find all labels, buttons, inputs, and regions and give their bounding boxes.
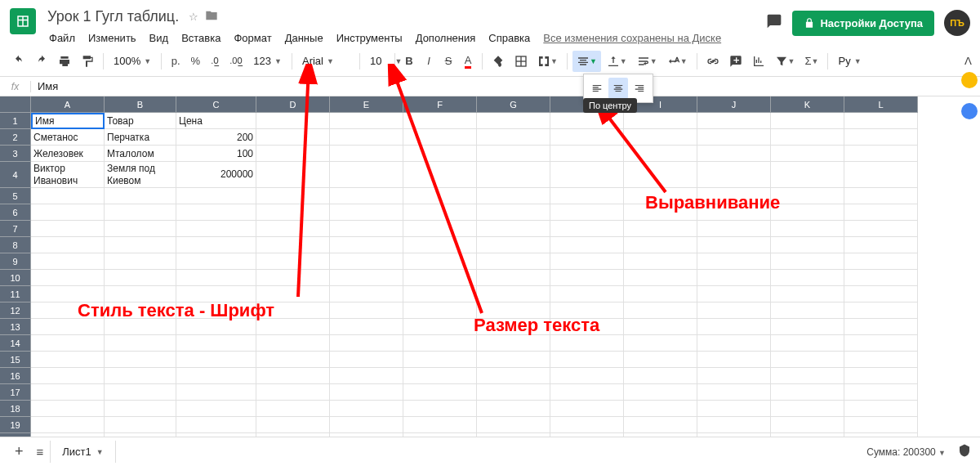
text-rotation-button[interactable]: ▼ bbox=[663, 51, 692, 72]
cell-C15[interactable] bbox=[176, 352, 256, 368]
cell-J2[interactable] bbox=[697, 129, 771, 146]
cell-B2[interactable]: Перчатка bbox=[105, 129, 176, 146]
cell-I17[interactable] bbox=[624, 384, 697, 401]
cell-J9[interactable] bbox=[697, 253, 771, 270]
menu-tools[interactable]: Инструменты bbox=[332, 30, 408, 46]
col-header-C[interactable]: C bbox=[176, 96, 256, 113]
cell-K7[interactable] bbox=[771, 221, 844, 237]
cell-J4[interactable] bbox=[697, 162, 771, 188]
all-sheets-button[interactable]: ≡ bbox=[30, 441, 51, 462]
cell-C9[interactable] bbox=[176, 253, 256, 270]
cell-E17[interactable] bbox=[330, 384, 403, 401]
cell-B4[interactable]: Земля под Киевом bbox=[105, 162, 176, 188]
menu-format[interactable]: Формат bbox=[229, 30, 276, 46]
row-header-11[interactable]: 11 bbox=[0, 286, 31, 302]
cell-D15[interactable] bbox=[256, 352, 330, 368]
cell-I16[interactable] bbox=[624, 368, 697, 384]
cell-B14[interactable] bbox=[105, 335, 176, 352]
insert-chart-button[interactable] bbox=[748, 51, 769, 72]
cell-A14[interactable] bbox=[31, 335, 105, 352]
cell-K8[interactable] bbox=[771, 237, 844, 253]
cell-D16[interactable] bbox=[256, 368, 330, 384]
cell-E14[interactable] bbox=[330, 335, 403, 352]
col-header-B[interactable]: B bbox=[105, 96, 176, 113]
cell-G18[interactable] bbox=[477, 401, 550, 417]
col-header-G[interactable]: G bbox=[477, 96, 550, 113]
sheets-logo[interactable] bbox=[10, 8, 36, 34]
cell-J12[interactable] bbox=[697, 302, 771, 319]
cell-L19[interactable] bbox=[844, 417, 918, 433]
cell-D9[interactable] bbox=[256, 253, 330, 270]
cell-G9[interactable] bbox=[477, 253, 550, 270]
status-sum[interactable]: Сумма: 200300 ▼ bbox=[866, 446, 946, 458]
cell-L12[interactable] bbox=[844, 302, 918, 319]
horizontal-align-button[interactable]: ▼ bbox=[572, 51, 601, 72]
cell-J14[interactable] bbox=[697, 335, 771, 352]
row-header-15[interactable]: 15 bbox=[0, 352, 31, 368]
cell-G2[interactable] bbox=[477, 129, 550, 146]
cell-I7[interactable] bbox=[624, 221, 697, 237]
cell-D13[interactable] bbox=[256, 319, 330, 335]
cell-G16[interactable] bbox=[477, 368, 550, 384]
cell-K1[interactable] bbox=[771, 113, 844, 129]
cell-C10[interactable] bbox=[176, 270, 256, 286]
input-language-button[interactable]: Ру▼ bbox=[833, 53, 866, 69]
cell-H11[interactable] bbox=[550, 286, 624, 302]
cell-J6[interactable] bbox=[697, 204, 771, 221]
cell-I12[interactable] bbox=[624, 302, 697, 319]
cell-H17[interactable] bbox=[550, 384, 624, 401]
cell-A7[interactable] bbox=[31, 221, 105, 237]
increase-decimal-button[interactable]: .00̲ bbox=[225, 51, 247, 72]
number-format-select[interactable]: 123▼ bbox=[248, 53, 287, 69]
cell-B1[interactable]: Товар bbox=[105, 113, 176, 129]
cell-D12[interactable] bbox=[256, 302, 330, 319]
cell-E4[interactable] bbox=[330, 162, 403, 188]
fx-icon[interactable]: fx bbox=[0, 81, 31, 92]
insert-link-button[interactable] bbox=[702, 51, 724, 72]
text-color-button[interactable]: A bbox=[459, 51, 477, 72]
cell-C8[interactable] bbox=[176, 237, 256, 253]
cell-A16[interactable] bbox=[31, 368, 105, 384]
cell-F16[interactable] bbox=[403, 368, 477, 384]
cell-L14[interactable] bbox=[844, 335, 918, 352]
cell-B8[interactable] bbox=[105, 237, 176, 253]
cell-I11[interactable] bbox=[624, 286, 697, 302]
cell-I9[interactable] bbox=[624, 253, 697, 270]
col-header-F[interactable]: F bbox=[403, 96, 477, 113]
functions-button[interactable]: Σ▼ bbox=[801, 51, 823, 72]
cell-B11[interactable] bbox=[105, 286, 176, 302]
cell-A4[interactable]: Виктор Иванович bbox=[31, 162, 105, 188]
cell-J8[interactable] bbox=[697, 237, 771, 253]
cell-I13[interactable] bbox=[624, 319, 697, 335]
cell-F1[interactable] bbox=[403, 113, 477, 129]
row-header-8[interactable]: 8 bbox=[0, 237, 31, 253]
cell-G6[interactable] bbox=[477, 204, 550, 221]
cell-G4[interactable] bbox=[477, 162, 550, 188]
cell-K5[interactable] bbox=[771, 188, 844, 204]
cell-B19[interactable] bbox=[105, 417, 176, 433]
cell-K10[interactable] bbox=[771, 270, 844, 286]
cell-H18[interactable] bbox=[550, 401, 624, 417]
cell-C6[interactable] bbox=[176, 204, 256, 221]
move-folder-icon[interactable] bbox=[205, 9, 218, 25]
cell-F18[interactable] bbox=[403, 401, 477, 417]
cell-G8[interactable] bbox=[477, 237, 550, 253]
cell-L7[interactable] bbox=[844, 221, 918, 237]
redo-button[interactable] bbox=[31, 51, 52, 72]
cell-D2[interactable] bbox=[256, 129, 330, 146]
cell-L11[interactable] bbox=[844, 286, 918, 302]
cell-C19[interactable] bbox=[176, 417, 256, 433]
cell-G11[interactable] bbox=[477, 286, 550, 302]
cell-F2[interactable] bbox=[403, 129, 477, 146]
cell-L2[interactable] bbox=[844, 129, 918, 146]
cell-B18[interactable] bbox=[105, 401, 176, 417]
row-header-5[interactable]: 5 bbox=[0, 188, 31, 204]
cell-A13[interactable] bbox=[31, 319, 105, 335]
cell-D5[interactable] bbox=[256, 188, 330, 204]
cell-D10[interactable] bbox=[256, 270, 330, 286]
cell-E13[interactable] bbox=[330, 319, 403, 335]
cell-I14[interactable] bbox=[624, 335, 697, 352]
undo-button[interactable] bbox=[8, 51, 29, 72]
cell-H12[interactable] bbox=[550, 302, 624, 319]
cell-G13[interactable] bbox=[477, 319, 550, 335]
